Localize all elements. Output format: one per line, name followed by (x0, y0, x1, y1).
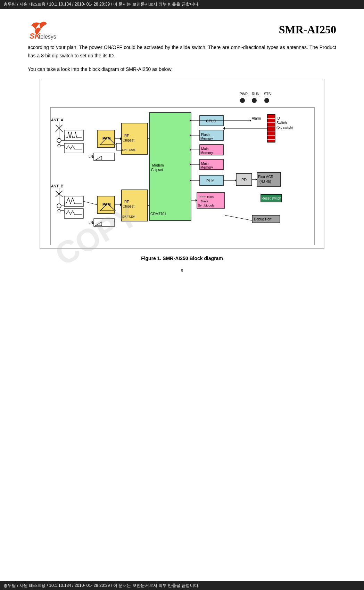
rf-chipset-bot-label2: Chipset (123, 204, 134, 208)
wave-pam-line-bot (83, 201, 97, 205)
cpld-label: CPLD (206, 119, 216, 123)
page-content: SK telesys SMR-AI250 according to your p… (0, 9, 364, 284)
run-led (252, 98, 257, 103)
grf7204-top-label: GRF7204 (122, 148, 135, 152)
id-label: ID (276, 116, 280, 120)
pam-top-label: PAM (102, 136, 111, 140)
pwr-label: PWR (240, 92, 248, 96)
run-label: RUN (252, 92, 259, 96)
waveform-box-bot2 (64, 209, 83, 218)
ant-a-label: ANT_A (51, 118, 64, 122)
ieee-label1: IEEE 1588 (199, 195, 214, 199)
footer-text: 총무팀 / 사원 테스트용 / 10.1.10.134 / 2010- 01- … (3, 583, 199, 589)
alarm-arrow (250, 119, 251, 122)
rf-chipset-top-label1: RF (124, 134, 129, 138)
diagram-intro: You can take a look into the block diagr… (28, 66, 336, 72)
main-memory-1-label2: Memory (200, 151, 213, 155)
main-memory-2-label1: Main (201, 162, 209, 165)
pam-bot-label: PAM (102, 202, 111, 207)
ant-a-node (57, 138, 61, 143)
sts-led (264, 98, 269, 103)
phy-label: PHY (206, 179, 214, 183)
ant-a-node2 (58, 144, 60, 147)
pico-acr-label1: Pico-ACR (258, 175, 273, 179)
sk-logo: SK telesys (28, 19, 59, 40)
debug-port-label: Debug Port (254, 217, 272, 221)
reset-switch-label: Reset switch (262, 196, 281, 200)
flash-memory-label2: Memory (200, 137, 213, 140)
block-diagram-svg: PWR RUN STS ANT_A (43, 85, 321, 245)
figure-caption: Figure 1. SMR-AI250 Block diagram (28, 256, 336, 261)
alarm-label: Alarm (252, 116, 261, 120)
main-memory-2-label2: Memory (200, 165, 213, 169)
pwr-led (240, 98, 245, 103)
logo-area: SK telesys SMR-AI250 (28, 19, 336, 40)
model-title: SMR-AI250 (279, 23, 336, 36)
pico-acr-label2: (RJ-45) (259, 180, 271, 184)
body-text: according to your plan. The power ON/OFF… (28, 43, 336, 60)
svg-text:telesys: telesys (39, 34, 56, 40)
modem-chipset-label1: Modem (152, 163, 164, 167)
main-memory-1-label1: Main (201, 147, 209, 151)
header-bar: 총무팀 / 사원 테스트용 / 10.1.10.134 / 2010- 01- … (0, 0, 364, 9)
flash-memory-label1: Flash (201, 133, 209, 137)
ieee-label2: Slave (200, 200, 208, 203)
footer-bar: 총무팀 / 사원 테스트용 / 10.1.10.134 / 2010- 01- … (0, 581, 364, 590)
waveform-box-top2 (64, 143, 83, 153)
ant-b-node (57, 204, 61, 208)
page-number: 9 (28, 268, 336, 273)
id-switch-arrow (223, 127, 225, 130)
ant-b-node2 (58, 209, 60, 212)
pd-label: PD (241, 178, 247, 182)
dip-switch-label: (Dip switch) (276, 126, 293, 129)
header-text: 총무팀 / 사원 테스트용 / 10.1.10.134 / 2010- 01- … (3, 1, 199, 7)
pico-acr-box (257, 172, 281, 186)
block-diagram: PWR RUN STS ANT_A (40, 79, 324, 249)
sk-logo-svg: SK telesys (28, 19, 59, 40)
grf7204-bot-label: GRF7204 (122, 215, 135, 218)
ieee-debug-line (225, 215, 252, 220)
sts-label: STS (264, 92, 271, 96)
switch-label: Switch (276, 121, 287, 125)
rf-chipset-top-label2: Chipset (123, 138, 134, 142)
ieee-label3: Syn.Module (198, 204, 215, 207)
lna-top-wrapper (116, 143, 122, 150)
modem-chipset-label2: Chipset (151, 168, 163, 172)
gdm7701-label: GDM7701 (150, 212, 166, 216)
waveform-box-top (64, 130, 83, 140)
rf-chipset-bot-label1: RF (124, 200, 129, 204)
ant-b-label: ANT_B (51, 184, 63, 188)
